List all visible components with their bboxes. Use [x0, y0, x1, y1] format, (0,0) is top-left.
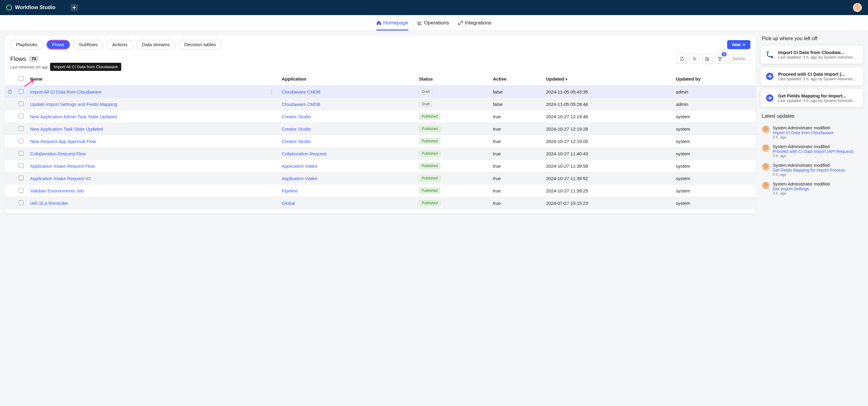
row-checkbox[interactable]	[19, 163, 24, 168]
flow-name-link[interactable]: Validate Environments Job	[30, 188, 276, 193]
flow-name-link[interactable]: New Request App Approval Flow	[30, 139, 276, 144]
flow-name-link[interactable]: Collaboration Request Flow	[30, 151, 276, 156]
logo-icon	[6, 4, 12, 10]
main-nav: Homepage Operations Integrations	[0, 15, 868, 31]
flow-name-link[interactable]: New Application Admin Task State Updated	[30, 114, 276, 119]
col-application[interactable]: Application	[279, 72, 416, 86]
recent-title: Proceed with CI Data Import (...	[778, 71, 859, 76]
application-link[interactable]: Application Intake	[282, 176, 317, 181]
updated-cell: 2024-10-27 11:39:25	[543, 185, 673, 197]
filter-button[interactable]: 4	[715, 54, 725, 64]
row-checkbox[interactable]	[19, 188, 24, 193]
col-status[interactable]: Status	[416, 72, 490, 86]
recent-item[interactable]: Import CI Data from Cloudaw...Last updat…	[761, 45, 863, 64]
recent-sub: Last updated: 3 h. ago by System Adminis…	[778, 76, 859, 81]
update-who: System Administrator modified	[773, 182, 830, 186]
pill-flows[interactable]: Flows	[46, 40, 70, 50]
col-updated-by[interactable]: Updated by	[673, 72, 756, 86]
application-link[interactable]: Creator Studio	[282, 139, 311, 144]
svg-point-2	[10, 91, 10, 91]
update-link[interactable]: Import CI Data from Cloudaware	[773, 130, 834, 135]
updated-by-cell: system	[673, 123, 756, 135]
nav-operations-label: Operations	[424, 20, 449, 26]
update-link[interactable]: Get Import Settings	[773, 186, 809, 191]
nav-operations[interactable]: Operations	[417, 20, 449, 30]
user-avatar-small	[762, 163, 770, 171]
update-link[interactable]: Get Fields Mapping for Import Process	[773, 168, 845, 173]
col-active[interactable]: Active	[490, 72, 543, 86]
col-name[interactable]: Name	[27, 72, 279, 86]
recent-sub: Last updated: 3 h. ago by System Adminis…	[778, 98, 859, 103]
flow-name-link[interactable]: Update Import Settings and Fields Mappin…	[30, 102, 276, 107]
application-link[interactable]: Pipeline	[282, 188, 298, 193]
row-checkbox[interactable]	[19, 176, 24, 180]
gear-icon	[692, 56, 697, 61]
user-avatar[interactable]	[853, 3, 862, 12]
recent-item[interactable]: Get Fields Mapping for Import...Last upd…	[761, 89, 863, 107]
export-button[interactable]	[702, 54, 712, 64]
pill-subflows[interactable]: Subflows	[73, 40, 103, 50]
settings-button[interactable]	[689, 54, 700, 64]
flow-name-link[interactable]: New Application Task State Updated	[30, 126, 276, 131]
application-link[interactable]: Global	[282, 200, 294, 206]
new-tab-button[interactable]	[70, 4, 78, 11]
pill-actions[interactable]: Actions	[106, 40, 133, 50]
col-updated[interactable]: Updated▼	[543, 72, 673, 86]
updated-cell: 2024-10-27 11:39:58	[543, 160, 673, 172]
application-link[interactable]: Cloudaware CMDB	[282, 102, 320, 107]
update-link[interactable]: Proceed with CI Data Import (API Request…	[773, 149, 854, 154]
row-checkbox[interactable]	[19, 114, 24, 119]
updated-by-cell: system	[673, 160, 756, 172]
nav-homepage[interactable]: Homepage	[376, 20, 408, 30]
refresh-button[interactable]	[677, 54, 687, 64]
status-badge: Published	[419, 163, 440, 169]
filter-count: 4	[722, 52, 726, 56]
active-cell: false	[490, 98, 543, 111]
chevron-down-icon	[743, 44, 746, 45]
application-link[interactable]: Cloudaware CMDB	[282, 89, 320, 94]
flow-name-link[interactable]: Application Intake Request Flow	[30, 163, 276, 168]
update-time: 3 h. ago	[773, 191, 830, 195]
table-row: Application Intake Request V2Application…	[5, 172, 756, 185]
side-panel: Pick up where you left off Import CI Dat…	[761, 36, 863, 214]
status-badge: Draft	[419, 101, 432, 107]
application-link[interactable]: Collaboration Request	[282, 151, 326, 156]
flow-name-link[interactable]: IAR SLA Reminder	[30, 200, 276, 206]
row-checkbox[interactable]	[19, 200, 24, 205]
table-row: Validate Environments JobPipelinePublish…	[5, 185, 756, 197]
flow-name-link[interactable]: Import All CI Data from Cloudaware	[30, 89, 265, 94]
application-link[interactable]: Creator Studio	[282, 114, 311, 119]
application-link[interactable]: Creator Studio	[282, 126, 311, 131]
flow-name-link[interactable]: Application Intake Request V2	[30, 176, 276, 181]
row-checkbox[interactable]	[19, 126, 24, 131]
row-checkbox[interactable]	[19, 138, 24, 143]
delete-button[interactable]: Delete	[727, 54, 750, 64]
application-link[interactable]: Application Intake	[282, 163, 317, 168]
row-menu-button[interactable]: ⋮	[268, 89, 276, 94]
recent-title: Get Fields Mapping for Import...	[778, 93, 859, 98]
status-badge: Published	[419, 138, 440, 144]
recent-item[interactable]: Proceed with CI Data Import (...Last upd…	[761, 67, 863, 85]
link-icon	[458, 21, 463, 25]
update-time: 3 h. ago	[773, 173, 845, 177]
status-badge: Published	[419, 151, 440, 157]
row-checkbox[interactable]	[19, 101, 24, 106]
updated-by-cell: system	[673, 172, 756, 185]
pill-playbooks[interactable]: Playbooks	[10, 40, 43, 50]
nav-integrations-label: Integrations	[465, 20, 492, 26]
table-row: Import All CI Data from Cloudaware⋮Cloud…	[5, 86, 756, 98]
row-checkbox[interactable]	[19, 151, 24, 156]
active-cell: true	[490, 197, 543, 209]
pill-decision-tables[interactable]: Decision tables	[179, 40, 222, 50]
chart-icon	[417, 21, 422, 25]
row-checkbox[interactable]	[19, 89, 24, 94]
nav-integrations[interactable]: Integrations	[458, 20, 492, 30]
section-title: Flows	[10, 56, 26, 62]
updated-cell: 2024-11-05 05:28:44	[543, 98, 673, 111]
active-cell: true	[490, 185, 543, 197]
status-badge: Published	[419, 200, 440, 206]
select-all-checkbox[interactable]	[19, 76, 24, 81]
new-button[interactable]: New	[727, 40, 750, 49]
pill-data-streams[interactable]: Data streams	[136, 40, 176, 50]
arrow-circle-icon	[766, 72, 774, 81]
